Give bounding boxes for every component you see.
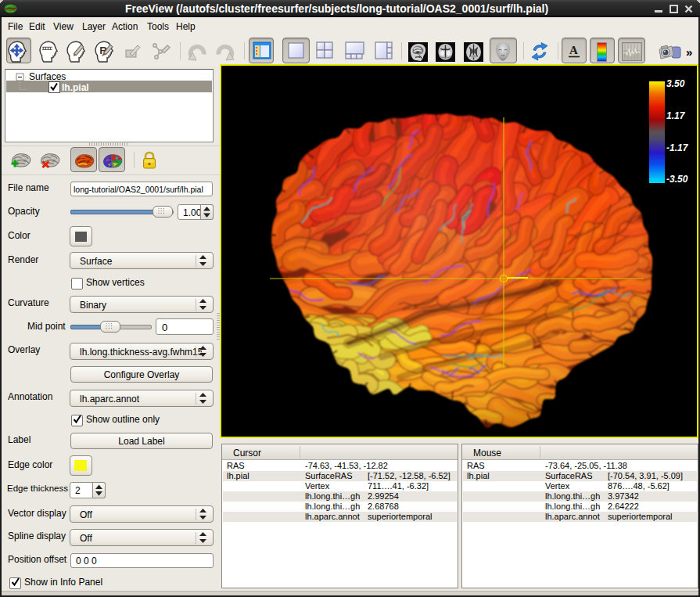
svg-text:A: A: [569, 44, 578, 56]
